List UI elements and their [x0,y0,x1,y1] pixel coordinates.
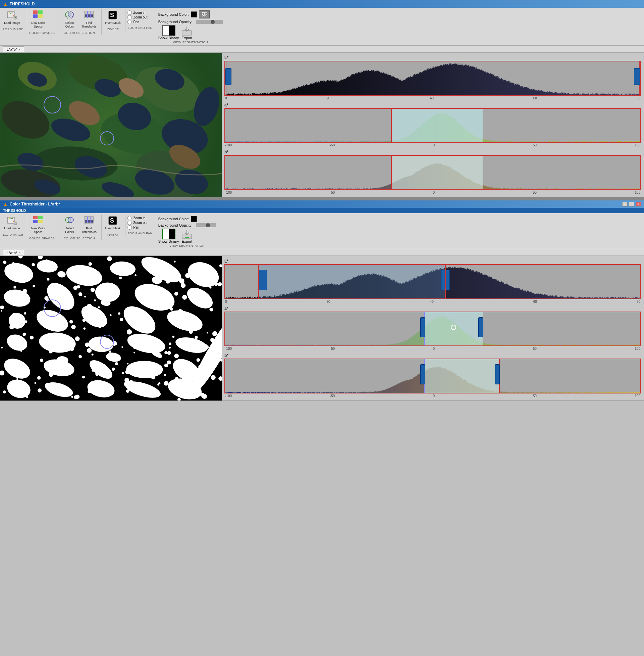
find-thresholds-button[interactable]: Find Thresholds [80,9,98,29]
opacity-slider-bottom[interactable] [196,223,216,227]
bg-opacity-row: Background Opacity: [158,20,223,24]
select-colors-label: Select Colors [61,21,78,28]
new-color-space-button[interactable]: New Color Space [29,9,47,29]
thresh-handle-left-L-bottom[interactable] [258,270,267,290]
opacity-thumb[interactable] [211,20,215,24]
satellite-canvas[interactable] [0,53,222,197]
svg-rect-18 [169,26,175,36]
thresh-right-b-top[interactable] [483,156,483,189]
inner-title-bar: THRESHOLD [0,208,644,213]
thresh-left-b-top[interactable] [391,156,392,189]
svg-text:S: S [110,12,114,19]
bg-color-label-bottom: Background Color: [158,217,189,221]
show-binary-icon-bottom [162,228,176,239]
pan-label: Pan [133,20,139,24]
show-binary-label: Show Binary [158,36,179,40]
show-binary-export: Show Binary Export [158,25,192,40]
bg-color-swatch[interactable] [191,12,197,18]
window-top: ▲ THRESHOLD Load Image LOAD IMAGE [0,0,644,197]
invert-mask-button[interactable]: S Invert Mask [104,9,122,25]
select-colors-button-bottom[interactable]: Select Colors [60,215,78,235]
show-binary-export-bottom: Show Binary Export [158,228,192,243]
thresh-right-a-top[interactable] [483,109,483,143]
window-title-bottom: Color Thresholder - L*a*b* [10,202,60,206]
cursor-crosshair-a [451,325,456,330]
thresh-right-L-bottom[interactable] [445,265,446,299]
svg-rect-20 [7,217,15,223]
restore-button[interactable]: □ [629,202,634,206]
zoom-section-label: ZOOM AND PAN [128,25,152,29]
hist-chart-b-top[interactable] [224,155,641,190]
svg-point-28 [68,217,73,223]
hist-chart-L-bottom[interactable] [224,264,641,299]
bg-color-label: Background Color: [158,13,189,17]
new-color-space-button-bottom[interactable]: New Color Space [29,215,47,235]
pan-radio-bottom[interactable] [128,225,132,229]
zoom-out-row-bottom: Zoom out [128,221,147,225]
hist-chart-L-top[interactable] [224,61,641,96]
binary-canvas[interactable] [0,256,222,400]
thresh-left-L-bottom[interactable] [258,265,259,299]
export-button[interactable]: Export [181,25,192,40]
tab-lab-top[interactable]: L*a*b* × [3,46,24,52]
image-panel-bottom [0,256,222,400]
show-binary-button-bottom[interactable]: Show Binary [158,228,179,243]
thresh-left-a-top[interactable] [391,109,392,143]
colorspace-buttons: New Color Space [29,9,47,30]
toolbar-top: Load Image LOAD IMAGE New Color Space CO… [0,8,644,46]
selection-region-a-top [391,109,482,143]
selection-region-b-bottom [424,359,499,393]
load-image-button[interactable]: Load Image [3,9,21,25]
thresh-handle-right-b-bottom[interactable] [495,364,500,385]
new-color-space-label: New Color Space [30,21,47,28]
find-thresholds-label-bottom: Find Thresholds [80,226,97,234]
export-label-bottom: Export [182,239,192,243]
thresh-handle-right-a-bottom[interactable] [478,317,483,337]
close-tab-top[interactable]: × [19,48,20,51]
hist-chart-a-top[interactable] [224,108,641,143]
opacity-slider[interactable] [196,20,223,24]
hist-chart-a-bottom[interactable] [224,311,641,347]
main-content-bottom: L* 0 20 40 60 80 a [0,256,644,400]
hist-label-L-bottom: L* [224,259,641,264]
tab-label-bottom: L*a*b* [7,251,17,255]
minimize-button[interactable]: — [622,202,627,206]
title-bar-bottom: ▲ Color Thresholder - L*a*b* — □ × [0,200,644,208]
zoom-in-radio[interactable] [128,10,132,15]
pan-radio[interactable] [128,20,132,24]
zoom-out-radio[interactable] [128,15,132,20]
zoom-out-radio-bottom[interactable] [128,221,132,225]
svg-point-9 [68,12,73,17]
load-section-label: LOAD IMAGE [3,27,23,31]
thresh-handle-left-a-bottom[interactable] [420,317,425,337]
toolbar-section-zoom-bottom: Zoom in Zoom out Pan ZOOM AND PAN [128,215,156,235]
show-binary-button[interactable]: Show Binary [158,25,179,40]
zoom-pan-controls: Zoom in Zoom out Pan [128,9,147,24]
tab-lab-bottom[interactable]: L*a*b* × [3,250,24,256]
find-thresholds-icon-bottom [84,215,94,226]
load-image-button-bottom[interactable]: Load Image [3,215,21,231]
hist-chart-b-bottom[interactable] [224,358,641,393]
load-image-icon-bottom [7,215,18,226]
hist-panel-L-top: L* 0 20 40 60 80 [224,56,641,100]
bg-color-swatch-bottom[interactable] [191,216,197,222]
zoom-in-radio-bottom[interactable] [128,216,132,220]
close-tab-bottom[interactable]: × [19,251,20,255]
svg-point-21 [9,217,10,219]
invert-mask-button-bottom[interactable]: S Invert Mask [104,215,122,231]
select-colors-button[interactable]: Select Colors [60,9,78,29]
find-thresholds-button-bottom[interactable]: Find Thresholds [80,215,98,235]
export-button-bottom[interactable]: Export [181,228,192,243]
close-button[interactable]: × [636,202,641,206]
toolbar-section-load-bottom: Load Image LOAD IMAGE [3,215,27,236]
thresh-handle-right-L-top[interactable] [634,68,640,85]
toolbar-section-invert-bottom: S Invert Mask INVERT [104,215,125,236]
hist-label-b-bottom: b* [224,353,641,358]
svg-rect-0 [7,12,15,18]
colorsel-section-label-bottom: COLOR SELECTION [60,236,98,240]
invert-buttons: S Invert Mask [104,9,122,27]
matlab-icon: ▲ [3,1,8,7]
thresh-handle-left-L-top[interactable] [225,68,231,85]
thresh-handle-left-b-bottom[interactable] [420,364,425,385]
opacity-thumb-bottom[interactable] [206,223,210,227]
